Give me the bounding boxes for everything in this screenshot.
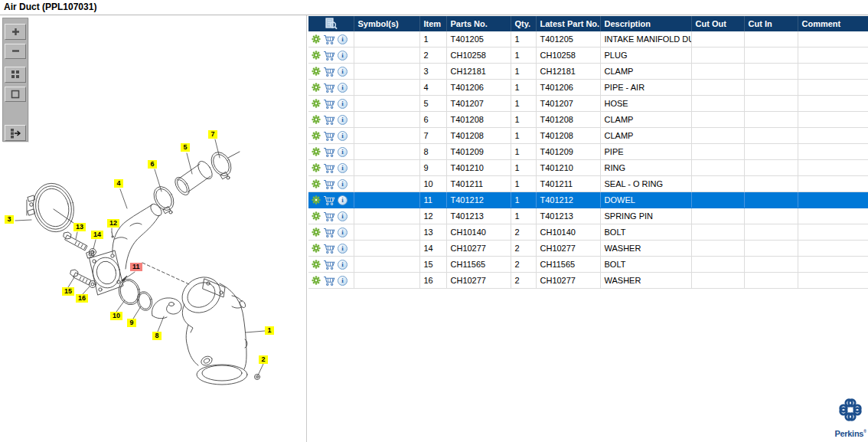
gear-icon[interactable] <box>312 147 321 156</box>
table-row[interactable]: i 10 T401211 1 T401211 SEAL - O RING <box>308 176 868 192</box>
gear-icon[interactable] <box>312 244 321 253</box>
gear-icon[interactable] <box>312 260 321 269</box>
info-icon[interactable]: i <box>338 51 348 61</box>
gear-icon[interactable] <box>312 228 321 237</box>
callout-1[interactable]: 1 <box>265 326 274 335</box>
table-row[interactable]: i 5 T401207 1 T401207 HOSE <box>308 96 868 112</box>
gear-icon[interactable] <box>312 83 321 92</box>
gear-icon[interactable] <box>312 34 321 44</box>
info-icon[interactable]: i <box>338 228 348 237</box>
callout-6[interactable]: 6 <box>148 160 157 169</box>
cart-icon[interactable] <box>323 83 335 93</box>
info-icon[interactable]: i <box>338 147 348 157</box>
info-icon[interactable]: i <box>338 131 348 141</box>
column-header-latest-part-no[interactable]: Latest Part No. <box>536 16 600 31</box>
cart-icon[interactable] <box>323 115 335 125</box>
column-header-comment[interactable]: Comment <box>798 16 868 31</box>
callout-13[interactable]: 13 <box>73 223 86 231</box>
column-header-item[interactable]: Item <box>419 16 446 31</box>
table-row[interactable]: i 9 T401210 1 T401210 RING <box>308 160 868 176</box>
table-row[interactable]: i 6 T401208 1 T401208 CLAMP <box>308 112 868 128</box>
table-row[interactable]: i 8 T401209 1 T401209 PIPE <box>308 144 868 160</box>
column-header-qty[interactable]: Qty. <box>511 16 536 31</box>
callout-5[interactable]: 5 <box>181 143 190 152</box>
column-header-symbols[interactable]: Symbol(s) <box>354 16 419 31</box>
gear-icon[interactable] <box>312 131 321 140</box>
callout-8[interactable]: 8 <box>152 332 162 340</box>
table-row[interactable]: i 14 CH10277 2 CH10277 WASHER <box>308 241 868 257</box>
zoom-out-button[interactable] <box>5 44 26 60</box>
tile-view-button[interactable] <box>5 67 26 83</box>
callout-4[interactable]: 4 <box>114 179 123 188</box>
callout-16[interactable]: 16 <box>76 294 88 303</box>
single-view-button[interactable] <box>5 87 26 103</box>
table-row[interactable]: i 2 CH10258 1 CH10258 PLUG <box>308 47 868 64</box>
info-icon[interactable]: i <box>338 211 348 221</box>
callout-10[interactable]: 10 <box>110 312 122 320</box>
table-row[interactable]: i 11 T401212 1 T401212 DOWEL <box>308 192 868 208</box>
info-icon[interactable]: i <box>338 163 348 173</box>
table-row[interactable]: i 12 T401213 1 T401213 SPRING PIN <box>308 208 868 224</box>
cart-icon[interactable] <box>323 163 335 173</box>
cart-icon[interactable] <box>323 51 335 61</box>
table-row[interactable]: i 1 T401205 1 T401205 INTAKE MANIFOLD DU <box>308 31 868 47</box>
gear-icon[interactable] <box>312 99 321 108</box>
info-icon[interactable]: i <box>338 244 348 254</box>
cart-icon[interactable] <box>323 131 335 141</box>
info-icon[interactable]: i <box>338 179 348 189</box>
info-icon[interactable]: i <box>338 276 348 286</box>
table-row[interactable]: i 7 T401208 1 T401208 CLAMP <box>308 128 868 144</box>
gear-icon[interactable] <box>312 179 321 188</box>
gear-icon[interactable] <box>312 163 321 172</box>
cell-comment <box>798 128 868 144</box>
table-row[interactable]: i 15 CH11565 2 CH11565 BOLT <box>308 257 868 273</box>
table-row[interactable]: i 16 CH10277 2 CH10277 WASHER <box>308 273 868 289</box>
info-icon[interactable]: i <box>338 67 348 77</box>
info-icon[interactable]: i <box>338 195 348 205</box>
callout-12[interactable]: 12 <box>107 219 119 228</box>
cell-latest-part-no: CH10277 <box>536 241 600 257</box>
callout-11[interactable]: 11 <box>130 263 142 271</box>
column-header-cut-out[interactable]: Cut Out <box>691 16 744 31</box>
cart-icon[interactable] <box>323 99 335 109</box>
column-header-description[interactable]: Description <box>600 16 691 31</box>
cart-icon[interactable] <box>323 244 335 254</box>
column-header-cut-in[interactable]: Cut In <box>744 16 798 31</box>
cart-icon[interactable] <box>323 276 335 286</box>
cart-icon[interactable] <box>323 260 335 270</box>
callout-14[interactable]: 14 <box>91 231 103 239</box>
callout-7[interactable]: 7 <box>208 130 217 139</box>
cart-icon[interactable] <box>323 179 335 189</box>
cart-icon[interactable] <box>323 228 335 237</box>
callout-2[interactable]: 2 <box>259 355 268 364</box>
info-icon[interactable]: i <box>338 260 348 270</box>
table-row[interactable]: i 4 T401206 1 T401206 PIPE - AIR <box>308 80 868 96</box>
cart-icon[interactable] <box>323 34 335 44</box>
table-row[interactable]: i 13 CH10140 2 CH10140 BOLT <box>308 224 868 241</box>
parts-table-body: i 1 T401205 1 T401205 INTAKE MANIFOLD DU <box>308 31 868 289</box>
column-header-parts-no[interactable]: Parts No. <box>446 16 511 31</box>
gear-icon[interactable] <box>312 195 321 205</box>
table-row[interactable]: i 3 CH12181 1 CH12181 CLAMP <box>308 64 868 80</box>
info-icon[interactable]: i <box>338 99 348 109</box>
gear-icon[interactable] <box>312 67 321 76</box>
gear-icon[interactable] <box>312 211 321 221</box>
gear-icon[interactable] <box>312 51 321 60</box>
gear-icon[interactable] <box>312 276 321 285</box>
callout-3[interactable]: 3 <box>5 215 14 224</box>
gear-icon[interactable] <box>312 115 321 124</box>
callout-15[interactable]: 15 <box>62 287 74 296</box>
cell-qty: 2 <box>511 257 536 273</box>
column-header-preview[interactable] <box>308 16 354 31</box>
zoom-in-button[interactable] <box>5 24 26 40</box>
info-icon[interactable]: i <box>338 83 348 93</box>
cart-icon[interactable] <box>323 211 335 221</box>
info-icon[interactable]: i <box>338 34 348 44</box>
cart-icon[interactable] <box>323 67 335 77</box>
toggle-parts-list-button[interactable] <box>5 125 26 141</box>
cart-icon[interactable] <box>323 195 335 205</box>
cart-icon[interactable] <box>323 147 335 157</box>
cell-item: 5 <box>419 96 446 112</box>
callout-9[interactable]: 9 <box>127 319 136 327</box>
info-icon[interactable]: i <box>338 115 348 125</box>
